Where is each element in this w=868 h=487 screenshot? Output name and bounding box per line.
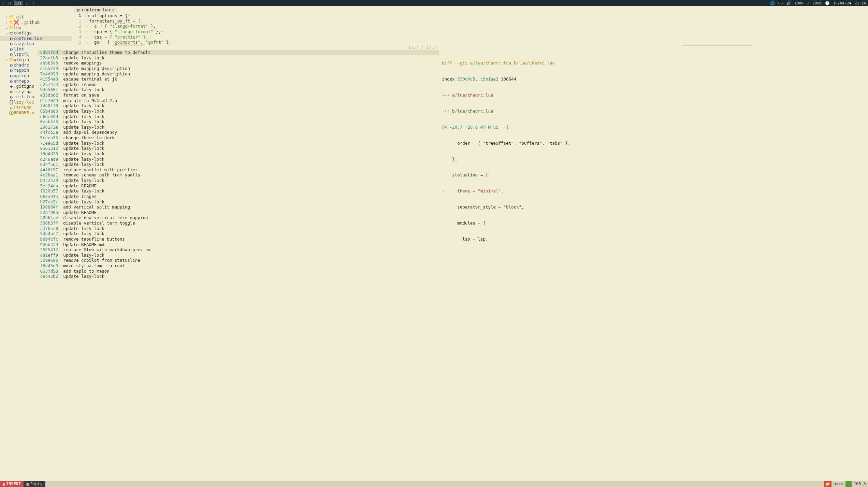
commit-row[interactable]: 5ec24ea update README — [38, 183, 439, 189]
picker-preview: Git Diff to Parent Preview diff --git a/… — [439, 45, 841, 453]
cwd-name: nvim — [831, 481, 845, 487]
globe-icon: 🌐 — [770, 1, 775, 5]
mode-indicator: ▣ INSERT — [0, 481, 24, 487]
tree-item[interactable]: ›📁 ❌ .github — [0, 20, 72, 25]
file-icon: ▦ — [26, 482, 29, 486]
commit-row[interactable]: 5ceea35 change theme to dark — [38, 135, 439, 141]
code-buffer[interactable]: 1local options = {¬1··formatters_by_ft =… — [72, 13, 868, 45]
diff-minus-file: --- a/lua/chadrc.lua — [442, 92, 841, 98]
diff-removed: - theme = "minimal", — [442, 188, 841, 194]
commit-row[interactable]: 22bf98a update README — [38, 210, 439, 215]
statusline: ▣ INSERT ▦ Empty 📁 nvim 100 % — [0, 481, 868, 487]
picker-counter: 1757 / 1757 — [408, 45, 436, 50]
commit-row[interactable]: d246ad9 update lazy-lock — [38, 157, 439, 162]
code-line[interactable]: 2····c = { "clangd-format" },¬ — [74, 24, 868, 29]
file-text: Empty — [30, 482, 43, 486]
diff-ctx: lsp = lsp, — [442, 237, 841, 242]
code-line[interactable]: 5····go = { "goimports", "gofmt" },¬ — [74, 40, 868, 45]
lua-icon: ◐ — [77, 7, 80, 12]
code-line[interactable]: 1··formatters_by_ft = {¬ — [74, 18, 868, 24]
commit-row[interactable]: cec43b2 update lazy-lock — [38, 274, 439, 279]
file-indicator: ▦ Empty — [24, 481, 45, 487]
commit-row[interactable]: a3765c8 update lazy-lock — [38, 226, 439, 231]
mode-icon: ▣ — [3, 482, 5, 486]
tree-item[interactable]: ⌄🗀 configs — [0, 30, 72, 36]
workspace-V[interactable]: V — [32, 1, 35, 5]
diff-hunk: @@ -20,7 +20,6 @@ M.ui = { — [442, 125, 841, 130]
date: 16/04/24 — [833, 1, 851, 5]
tabline[interactable]: ◐ conform.lua ✕ — [72, 6, 868, 13]
workspace-indicator: IIIIIIIVV — [2, 1, 35, 5]
nvim-window: ›📁 .git›📁 ❌ .github⌄📁 lua ⌄🗀 configs ◐ c… — [0, 6, 868, 487]
os-tray: 🌐 US 🔊 100% ⚡ 100% 🕐 16/04/24 21:14 — [770, 1, 866, 5]
commit-row[interactable]: 65b4bd6 update lazy-lock — [38, 109, 439, 114]
commit-row[interactable]: 7e4d920 update mapping description — [38, 71, 439, 77]
commit-row[interactable]: abbb5c6 remove mappings — [38, 60, 439, 66]
keyboard-layout: US — [778, 1, 783, 5]
commit-row[interactable]: 356b5ff disable vertical term toggle — [38, 220, 439, 226]
commit-row[interactable]: 44f6f97 replace yamlfmt with prettier — [38, 167, 439, 173]
diff-ctx: order = { "treeOffset", "buffers", "tabs… — [442, 141, 841, 146]
commit-row[interactable]: a2574a3 update readme — [38, 82, 439, 87]
commit-row[interactable]: 4e2baa1 remove schema path from yamlls — [38, 172, 439, 178]
picker-results[interactable]: Git Commits 1757 / 1757 5d93fdd change s… — [38, 45, 439, 453]
volume-pct: 100% — [794, 1, 804, 5]
workspace-IV[interactable]: IV — [25, 1, 30, 5]
commit-row[interactable]: f8e43e9 move stylua.toml to root — [38, 263, 439, 269]
mode-text: INSERT — [6, 482, 21, 486]
commit-row[interactable]: 71ea65d update lazy-lock — [38, 141, 439, 146]
commit-row[interactable]: 30961ae disable new vertical term mappin… — [38, 215, 439, 220]
picker-right-title: Git Diff to Parent Preview — [681, 45, 752, 45]
commit-row[interactable]: 5db4bc7 update lazy-lock — [38, 231, 439, 237]
diff-ctx: modules = { — [442, 220, 841, 226]
commit-row[interactable]: fd40170 update lazy-lock — [38, 103, 439, 109]
commit-row[interactable]: b4c3420 update lazy-lock — [38, 178, 439, 183]
commit-row[interactable]: 6fc7029 migrate to NvChad 2.5 — [38, 98, 439, 103]
commit-row[interactable]: 8561312 update lazy-lock — [38, 146, 439, 151]
commit-row[interactable]: 296172e update lazy-lock — [38, 125, 439, 130]
progress-icon — [845, 481, 852, 487]
code-line[interactable]: 4····css = { "prettier" },¬ — [74, 34, 868, 40]
tree-item[interactable]: ⌄📁 lua — [0, 25, 72, 30]
workspace-II[interactable]: II — [7, 1, 12, 5]
tab-label: conform.lua — [82, 7, 110, 12]
commit-row[interactable]: f620b57 update lazy-lock — [38, 188, 439, 194]
commit-row[interactable]: 41554a8 escape terminal at jk — [38, 76, 439, 82]
diff-ctx: statusline = { — [442, 172, 841, 178]
commit-row[interactable]: 94bb339 Update README.md — [38, 242, 439, 247]
git-commits-picker[interactable]: Git Commits 1757 / 1757 5d93fdd change s… — [38, 45, 841, 453]
workspace-III[interactable]: III — [14, 1, 23, 5]
time: 21:14 — [855, 1, 866, 5]
commit-row[interactable]: e1b5229 update mapping description — [38, 66, 439, 71]
commit-row[interactable]: b27ce2f update lazy-lock — [38, 199, 439, 205]
workspace-I[interactable]: I — [2, 1, 4, 5]
picker-left-title: Git Commits — [113, 45, 145, 45]
clock-icon: 🕐 — [825, 1, 830, 5]
os-topbar: IIIIIIIVV 🌐 US 🔊 100% ⚡ 100% 🕐 16/04/24 … — [0, 0, 868, 6]
close-icon[interactable]: ✕ — [112, 7, 115, 12]
commit-row[interactable]: 5d93fdd change statusline theme to defau… — [38, 50, 439, 55]
commit-row[interactable]: d6dc69d update lazy-lock — [38, 114, 439, 119]
code-line[interactable]: 3····cpp = { "clangd-format" },¬ — [74, 29, 868, 34]
diff-plus-file: +++ b/lua/chadrc.lua — [442, 109, 841, 114]
tab-conform[interactable]: ◐ conform.lua ✕ — [74, 7, 117, 13]
commit-row[interactable]: 22eefb5 update lazy-lock — [38, 55, 439, 61]
commit-row[interactable]: 3525412 replace Glow with markdown-previ… — [38, 247, 439, 253]
commit-row[interactable]: 3c8e69b remove copilot from statusline — [38, 258, 439, 263]
commit-row[interactable]: 196864f add vertical split mapping — [38, 204, 439, 210]
battery-icon: ⚡ — [807, 1, 809, 5]
commit-row[interactable]: c81eff9 update lazy-lock — [38, 253, 439, 258]
tree-item[interactable]: ◐ conform.lua — [0, 36, 72, 41]
commit-row[interactable]: c4fcb3a add dap-ui dependency — [38, 130, 439, 135]
commit-row[interactable]: f8d4d23 update lazy-lock — [38, 151, 439, 157]
commit-row[interactable]: 0537d53 add taplo to mason — [38, 269, 439, 274]
commit-row[interactable]: e55db62 format on save — [38, 92, 439, 98]
tree-item[interactable]: ›📁 .git — [0, 14, 72, 20]
battery-pct: 100% — [812, 1, 822, 5]
commit-row[interactable]: 0eab5f5 update lazy-lock — [38, 119, 439, 125]
commit-row[interactable]: 634f561 update lazy-lock — [38, 162, 439, 167]
code-line[interactable]: 1local options = {¬ — [74, 13, 868, 18]
commit-row[interactable]: 9de568f update lazy-lock — [38, 87, 439, 92]
commit-row[interactable]: bbb4cfc remove tabufline buttons — [38, 237, 439, 242]
commit-row[interactable]: 66ea915 update images — [38, 194, 439, 199]
